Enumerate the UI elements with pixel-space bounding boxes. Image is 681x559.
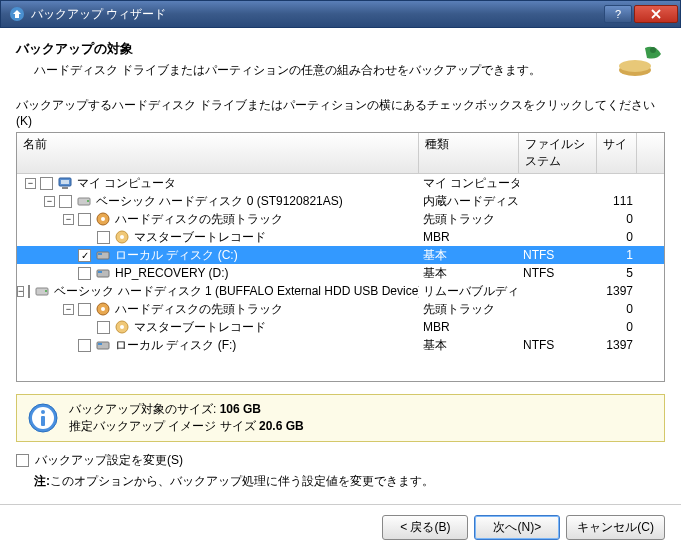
app-icon <box>9 6 25 22</box>
tree-size: 1 <box>597 248 637 262</box>
next-button[interactable]: 次へ(N)> <box>474 515 560 540</box>
tree-header: 名前 種類 ファイルシステム サイ <box>17 133 664 174</box>
tree-type: 先頭トラック <box>419 211 519 228</box>
tree-checkbox[interactable] <box>78 267 91 280</box>
tree-row[interactable]: マスターブートレコードMBR0 <box>17 318 664 336</box>
tree-checkbox[interactable]: ✓ <box>78 249 91 262</box>
tree-size: 0 <box>597 302 637 316</box>
info-image-label: 推定バックアップ イメージ サイズ <box>69 419 259 433</box>
disk-icon <box>34 283 50 299</box>
tree-type: 基本 <box>419 265 519 282</box>
tree-label: ローカル ディスク (F:) <box>115 337 236 354</box>
tree-checkbox[interactable] <box>59 195 72 208</box>
window-title: バックアップ ウィザード <box>31 6 602 23</box>
svg-point-22 <box>120 325 124 329</box>
tree-size: 1397 <box>597 284 637 298</box>
svg-point-2 <box>619 60 651 72</box>
expander-icon[interactable]: − <box>25 178 36 189</box>
volume-icon <box>95 247 111 263</box>
tree-row[interactable]: ✓ローカル ディスク (C:)基本NTFS1 <box>17 246 664 264</box>
tree-label: HP_RECOVERY (D:) <box>115 266 229 280</box>
cancel-button[interactable]: キャンセル(C) <box>566 515 665 540</box>
tree-label: ベーシック ハードディスク 0 (ST9120821AS) <box>96 193 343 210</box>
volume-icon <box>95 337 111 353</box>
tree-checkbox[interactable] <box>78 303 91 316</box>
svg-point-27 <box>41 410 45 414</box>
tree-row[interactable]: −マイ コンピュータマイ コンピュータ <box>17 174 664 192</box>
tree-row[interactable]: −ベーシック ハードディスク 1 (BUFFALO External HDD U… <box>17 282 664 300</box>
footer: < 戻る(B) 次へ(N)> キャンセル(C) <box>0 505 681 550</box>
tree-type: リムーバブルディスク <box>419 283 519 300</box>
settings-note: 注:このオプションから、バックアップ処理に伴う設定値を変更できます。 <box>16 473 665 490</box>
expander-icon[interactable]: − <box>44 196 55 207</box>
disk-icon <box>76 193 92 209</box>
svg-rect-28 <box>41 416 45 426</box>
instruction-text: バックアップするハードディスク ドライブまたはパーティションの横にあるチェックボ… <box>16 97 665 128</box>
tree-type: 基本 <box>419 337 519 354</box>
track-icon <box>95 211 111 227</box>
header-icon <box>617 40 665 78</box>
tree-checkbox[interactable] <box>97 231 110 244</box>
info-icon <box>27 402 59 434</box>
info-size-value: 106 GB <box>220 402 261 416</box>
svg-point-20 <box>101 307 105 311</box>
tree-type: マイ コンピュータ <box>419 175 519 192</box>
change-settings-checkbox[interactable] <box>16 454 29 467</box>
tree-checkbox[interactable] <box>78 339 91 352</box>
help-button[interactable]: ? <box>604 5 632 23</box>
page-subtitle: ハードディスク ドライブまたはパーティションの任意の組み合わせをバックアップでき… <box>16 62 609 79</box>
computer-icon <box>57 175 73 191</box>
svg-point-3 <box>650 47 656 53</box>
tree-size: 0 <box>597 230 637 244</box>
expander-icon[interactable]: − <box>63 304 74 315</box>
tree-size: 111 <box>597 194 637 208</box>
tree-size: 0 <box>597 212 637 226</box>
tree-checkbox[interactable] <box>97 321 110 334</box>
tree-label: ローカル ディスク (C:) <box>115 247 238 264</box>
tree-row[interactable]: −ハードディスクの先頭トラック先頭トラック0 <box>17 210 664 228</box>
tree-type: MBR <box>419 230 519 244</box>
svg-rect-24 <box>98 343 102 345</box>
expander-icon[interactable]: − <box>17 286 24 297</box>
tree-type: MBR <box>419 320 519 334</box>
tree-row[interactable]: −ハードディスクの先頭トラック先頭トラック0 <box>17 300 664 318</box>
expander-icon[interactable]: − <box>63 214 74 225</box>
tree-type: 基本 <box>419 247 519 264</box>
tree-fs: NTFS <box>519 338 597 352</box>
mbr-icon <box>114 229 130 245</box>
tree-label: ハードディスクの先頭トラック <box>115 301 283 318</box>
tree-checkbox[interactable] <box>28 285 30 298</box>
tree-size: 5 <box>597 266 637 280</box>
svg-point-12 <box>120 235 124 239</box>
tree-label: ベーシック ハードディスク 1 (BUFFALO External HDD US… <box>54 283 419 300</box>
column-size[interactable]: サイ <box>597 133 637 173</box>
change-settings-label: バックアップ設定を変更(S) <box>35 452 183 469</box>
column-fs[interactable]: ファイルシステム <box>519 133 597 173</box>
tree-checkbox[interactable] <box>78 213 91 226</box>
tree-grid[interactable]: 名前 種類 ファイルシステム サイ −マイ コンピュータマイ コンピュータ−ベー… <box>16 132 665 382</box>
svg-point-18 <box>45 290 47 292</box>
page-title: バックアップの対象 <box>16 40 609 58</box>
column-type[interactable]: 種類 <box>419 133 519 173</box>
titlebar: バックアップ ウィザード ? <box>0 0 681 28</box>
close-button[interactable] <box>634 5 678 23</box>
tree-row[interactable]: ローカル ディスク (F:)基本NTFS1397 <box>17 336 664 354</box>
tree-label: マスターブートレコード <box>134 319 266 336</box>
svg-rect-5 <box>61 180 69 184</box>
tree-label: ハードディスクの先頭トラック <box>115 211 283 228</box>
tree-fs: NTFS <box>519 266 597 280</box>
tree-checkbox[interactable] <box>40 177 53 190</box>
tree-fs: NTFS <box>519 248 597 262</box>
svg-rect-14 <box>98 253 102 255</box>
svg-rect-6 <box>62 187 68 189</box>
volume-icon <box>95 265 111 281</box>
tree-label: マスターブートレコード <box>134 229 266 246</box>
tree-row[interactable]: マスターブートレコードMBR0 <box>17 228 664 246</box>
column-name[interactable]: 名前 <box>17 133 419 173</box>
info-box: バックアップ対象のサイズ: 106 GB 推定バックアップ イメージ サイズ 2… <box>16 394 665 442</box>
tree-type: 先頭トラック <box>419 301 519 318</box>
back-button[interactable]: < 戻る(B) <box>382 515 468 540</box>
tree-row[interactable]: −ベーシック ハードディスク 0 (ST9120821AS)内蔵ハードディスク1… <box>17 192 664 210</box>
tree-row[interactable]: HP_RECOVERY (D:)基本NTFS5 <box>17 264 664 282</box>
track-icon <box>95 301 111 317</box>
